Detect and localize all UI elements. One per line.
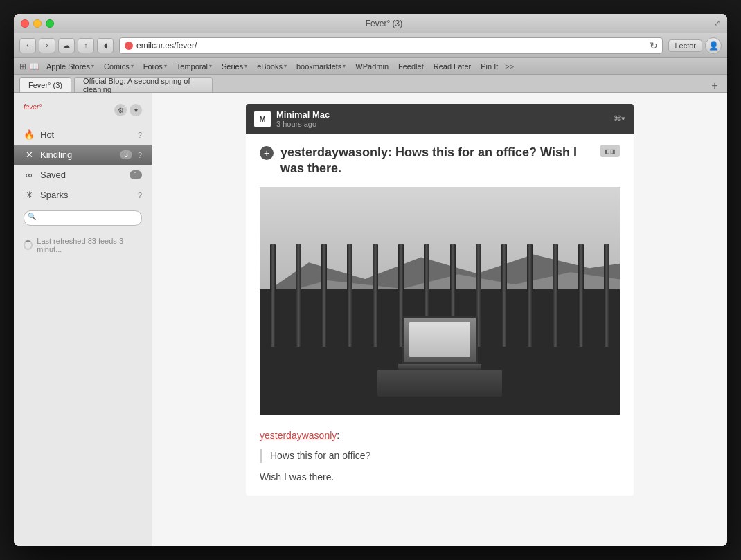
article-source-header: M Minimal Mac 3 hours ago ⌘▾ (246, 104, 634, 134)
image-scene (260, 187, 620, 415)
sidebar-item-saved[interactable]: ∞ Saved 1 (14, 165, 152, 185)
fever-degree: ° (39, 103, 42, 111)
rss-icon[interactable]: ⌘▾ (614, 114, 625, 123)
article-blockquote: Hows this for an office? (260, 449, 620, 463)
laptop (395, 316, 485, 370)
railing-post (578, 244, 584, 347)
search-wrapper (24, 210, 142, 226)
bookmark-feedlet[interactable]: Feedlet (394, 61, 428, 72)
bookmark-pin-it[interactable]: Pin It (476, 61, 502, 72)
railing-post (270, 244, 276, 347)
titlebar: Fever° (3) ⤢ (14, 14, 727, 33)
bookmark-apple-stores[interactable]: Apple Stores ▾ (42, 61, 98, 72)
chevron-down-icon: ▾ (284, 63, 287, 69)
article-link-line: yesterdaywasonly: (260, 429, 620, 442)
article-body-line1: Wish I was there. (260, 470, 620, 485)
forward-button[interactable]: › (39, 38, 55, 53)
laptop-screen-inner (409, 322, 470, 357)
kindling-icon: ✕ (24, 150, 35, 160)
fever-controls: ⚙ ▾ (114, 104, 142, 116)
maximize-button[interactable] (46, 19, 54, 28)
railing-post (347, 244, 352, 347)
article-colon: : (337, 430, 339, 441)
chevron-down-icon: ▾ (209, 63, 212, 69)
close-button[interactable] (21, 19, 29, 28)
lector-button[interactable]: Lector (668, 39, 702, 52)
railing-post (501, 244, 507, 347)
article-title-row: + yesterdaywasonly: Hows this for an off… (260, 145, 620, 177)
chevron-down-icon: ▾ (131, 63, 134, 69)
railing-post (553, 244, 558, 347)
railing-post (527, 244, 533, 347)
reading-list-icon: 📖 (29, 62, 39, 71)
address-bar[interactable]: emilcar.es/fever/ ↻ (119, 37, 663, 54)
new-tab-button[interactable]: + (708, 80, 722, 92)
sidebar-item-hot[interactable]: 🔥 Hot ? (14, 125, 152, 145)
bookmark-series[interactable]: Series ▾ (217, 61, 251, 72)
sidebar-item-kindling[interactable]: ✕ Kindling 3 ? (14, 145, 152, 165)
laptop-base (398, 364, 481, 370)
bookmark-add-button[interactable]: ◖ (97, 38, 114, 53)
article-container: M Minimal Mac 3 hours ago ⌘▾ + yesterday… (246, 104, 634, 496)
add-button[interactable]: + (260, 146, 274, 160)
chevron-down-icon: ▾ (164, 63, 167, 69)
refresh-button[interactable]: ↻ (650, 40, 658, 51)
address-text: emilcar.es/fever/ (136, 41, 647, 51)
chevron-down-button[interactable]: ▾ (130, 104, 142, 116)
source-info: Minimal Mac 3 hours ago (276, 109, 608, 128)
icloud-button[interactable]: ☁ (58, 38, 75, 53)
hot-icon: 🔥 (24, 129, 35, 140)
tab-official-blog[interactable]: Official Blog: A second spring of cleani… (74, 77, 213, 92)
bookmarks-icon: ⊞ (19, 62, 26, 71)
laptop-screen (402, 316, 478, 364)
status-text: Last refreshed 83 feeds 3 minut... (37, 237, 142, 253)
bookmark-comics[interactable]: Comics ▾ (100, 61, 138, 72)
favicon (124, 41, 134, 51)
kindling-help: ? (138, 151, 142, 159)
bookmarks-overflow[interactable]: >> (505, 62, 514, 71)
fever-logo: fever° (24, 101, 42, 119)
tab-fever[interactable]: Fever° (3) (19, 77, 71, 92)
bookmark-bookmarklets[interactable]: bookmarklets ▾ (292, 61, 350, 72)
sparks-help: ? (138, 191, 142, 199)
fever-logo-area: fever° ⚙ ▾ (14, 93, 152, 125)
browser-window: Fever° (3) ⤢ ‹ › ☁ ↑ ◖ emilcar.es/fever/… (14, 14, 727, 546)
chevron-down-icon: ▾ (91, 63, 94, 69)
bookmark-temporal[interactable]: Temporal ▾ (172, 61, 216, 72)
bookmarks-bar: ⊞ 📖 Apple Stores ▾ Comics ▾ Foros ▾ Temp… (14, 58, 727, 75)
main-content: fever° ⚙ ▾ 🔥 Hot ? ✕ Kindling 3 ? ∞ (14, 93, 727, 546)
share-button[interactable]: ↑ (78, 38, 94, 53)
expand-icon[interactable]: ⤢ (714, 19, 720, 28)
saved-badge: 1 (130, 170, 142, 179)
blockquote-text-1: Hows this for an office? (270, 449, 620, 463)
search-input[interactable] (24, 210, 142, 226)
window-title: Fever° (3) (54, 19, 714, 28)
railing-post (296, 244, 301, 347)
sidebar-item-sparks[interactable]: ✳ Sparks ? (14, 185, 152, 205)
chevron-down-icon: ▾ (343, 63, 346, 69)
article-title: yesterdaywasonly: Hows this for an offic… (280, 145, 593, 177)
hot-help: ? (138, 131, 142, 139)
sparks-icon: ✳ (24, 190, 35, 200)
bookmark-read-later[interactable]: Read Later (429, 61, 475, 72)
railing-post (604, 244, 609, 347)
refresh-spinner (24, 240, 33, 250)
tab-bar: Fever° (3) Official Blog: A second sprin… (14, 75, 727, 93)
bookmark-foros[interactable]: Foros ▾ (139, 61, 171, 72)
settings-button[interactable]: ⚙ (114, 104, 127, 116)
article-source-link[interactable]: yesterdaywasonly (260, 430, 337, 441)
minimize-button[interactable] (33, 19, 42, 28)
status-bar: Last refreshed 83 feeds 3 minut... (14, 231, 152, 259)
content-area: M Minimal Mac 3 hours ago ⌘▾ + yesterday… (152, 93, 727, 546)
source-time: 3 hours ago (276, 120, 608, 128)
person-button[interactable]: 👤 (705, 37, 722, 54)
table-furniture (377, 370, 502, 397)
saved-icon: ∞ (24, 170, 35, 180)
railing-post (321, 244, 327, 347)
source-actions: ⌘▾ (614, 114, 625, 123)
toggle-read-button[interactable]: ◧◨ (600, 145, 620, 157)
article-image (260, 187, 620, 415)
bookmark-ebooks[interactable]: eBooks ▾ (253, 61, 291, 72)
back-button[interactable]: ‹ (19, 38, 36, 53)
bookmark-wpadmin[interactable]: WPadmin (351, 61, 393, 72)
